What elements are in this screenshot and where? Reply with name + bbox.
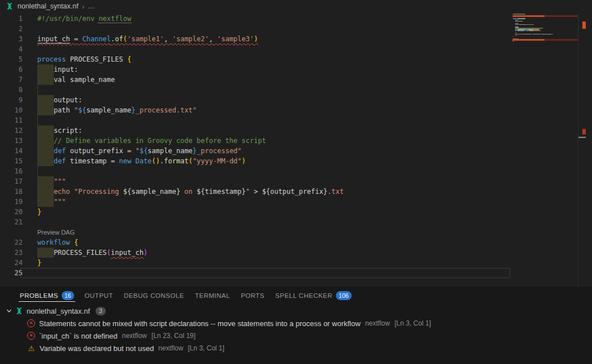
code-line-content[interactable] [37,24,510,34]
problem-row[interactable]: Statements cannot be mixed with script d… [0,317,592,330]
line-number: 8 [0,85,23,95]
code-line[interactable]: 11 [0,115,510,125]
line-number: 1 [0,14,23,24]
breadcrumb-file[interactable]: nonlethal_syntax.nf [18,2,79,10]
code-line[interactable]: 7 val sample_name [0,75,510,85]
code-line-content[interactable] [37,115,510,125]
line-number [0,227,23,237]
line-number: 3 [0,34,23,44]
indent-guide [37,187,38,197]
line-number: 20 [0,207,23,217]
code-line-content[interactable]: path "${sample_name}_processed.txt" [37,105,510,115]
code-line-content[interactable]: """ [37,197,510,207]
panel-tab-badge: 106 [336,291,352,300]
line-number: 24 [0,258,23,268]
chevron-down-icon[interactable] [6,307,12,314]
codelens-preview-dag[interactable]: Preview DAG [37,227,510,237]
code-line[interactable]: 21 [0,217,510,227]
code-line[interactable]: 2 [0,24,510,34]
panel-tab-spell-checker[interactable]: SPELL CHECKER106 [274,286,353,305]
code-line-content[interactable]: } [37,258,510,268]
problem-source: nextflow [365,319,390,327]
code-line[interactable]: 18 echo "Processing ${sample_name} on ${… [0,187,510,197]
code-line[interactable]: 12 script: [0,125,510,136]
code-line[interactable]: 16 [0,166,510,176]
code-line-content[interactable] [37,166,510,176]
code-line[interactable]: 14 def output_prefix = "${sample_name}_p… [0,146,510,156]
problem-list: Statements cannot be mixed with script d… [0,317,592,354]
code-line-content[interactable]: PROCESS_FILES(input_ch) [37,248,510,258]
line-number: 21 [0,217,23,227]
minimap[interactable] [512,12,578,285]
code-line-content[interactable]: workflow { [37,237,510,248]
code-line-content[interactable]: process PROCESS_FILES { [37,54,510,64]
panel-tab-terminal[interactable]: TERMINAL [194,286,231,305]
code-line-content[interactable]: def output_prefix = "${sample_name}_proc… [37,146,510,156]
indent-highlight-block [37,75,54,85]
code-line[interactable]: 17 """ [0,176,510,187]
code-line[interactable]: 9 output: [0,95,510,105]
code-line-content[interactable]: """ [37,176,510,187]
code-line-content[interactable] [37,268,510,278]
indent-highlight-block [37,95,54,105]
code-line-content[interactable] [37,44,510,54]
panel-tab-problems[interactable]: PROBLEMS16 [19,286,75,305]
code-line[interactable]: 3input_ch = Channel.of('sample1', 'sampl… [0,34,510,44]
indent-highlight-block [37,187,54,197]
code-line[interactable]: 5process PROCESS_FILES { [0,54,510,64]
panel-tab-debug-console[interactable]: DEBUG CONSOLE [123,286,185,305]
code-line-content[interactable]: val sample_name [37,75,510,85]
problems-file-row[interactable]: nonlethal_syntax.nf 3 [0,305,592,317]
indent-guide [37,136,38,146]
code-line-content[interactable] [37,85,510,95]
code-line[interactable]: 13 // Define variables in Groovy code be… [0,136,510,146]
indent-guide [37,75,38,85]
code-line-content[interactable]: input_ch = Channel.of('sample1', 'sample… [37,34,510,44]
problem-row[interactable]: Variable was declared but not usednextfl… [0,342,592,354]
code-line[interactable]: 20} [0,207,510,217]
line-number: 18 [0,187,23,197]
code-line[interactable]: 15 def timestamp = new Date().format("yy… [0,156,510,166]
indent-guide [37,95,38,105]
overview-ruler[interactable] [578,12,586,285]
code-line-content[interactable]: #!/usr/bin/env nextflow [37,14,510,24]
indent-guide [37,105,38,115]
problem-row[interactable]: `input_ch` is not definednextflow[Ln 23,… [0,330,592,342]
line-number: 6 [0,64,23,75]
code-editor[interactable]: 1#!/usr/bin/env nextflow23input_ch = Cha… [0,12,586,285]
code-line[interactable]: 19 """ [0,197,510,207]
code-lines[interactable]: 1#!/usr/bin/env nextflow23input_ch = Cha… [0,14,510,278]
line-number: 15 [0,156,23,166]
code-line-content[interactable]: echo "Processing ${sample_name} on ${tim… [37,187,510,197]
indent-guide [37,176,38,187]
code-line[interactable]: 10 path "${sample_name}_processed.txt" [0,105,510,115]
code-line-content[interactable]: input: [37,64,510,75]
code-line[interactable]: 23 PROCESS_FILES(input_ch) [0,248,510,258]
problem-message: `input_ch` is not defined [39,332,118,340]
code-line[interactable]: 22workflow { [0,237,510,248]
line-number: 12 [0,125,23,136]
code-line[interactable]: 24} [0,258,510,268]
code-line[interactable]: 4 [0,44,510,54]
code-line[interactable]: 6 input: [0,64,510,75]
indent-guide [37,64,38,75]
problem-location: [Ln 3, Col 1] [188,344,224,352]
code-line-content[interactable]: output: [37,95,510,105]
code-line-content[interactable] [37,217,510,227]
code-line-content[interactable]: script: [37,125,510,136]
codelens-row[interactable]: Preview DAG [0,227,510,237]
code-line[interactable]: 25 [0,268,510,278]
error-icon [27,332,35,340]
code-line[interactable]: 1#!/usr/bin/env nextflow [0,14,510,24]
breadcrumb-ellipsis[interactable]: … [88,2,95,10]
indent-guide [37,156,38,166]
indent-highlight-block [37,248,54,258]
code-line-content[interactable]: // Define variables in Groovy code befor… [37,136,510,146]
panel-tab-output[interactable]: OUTPUT [84,286,114,305]
code-line-content[interactable]: } [37,207,510,217]
panel-tab-ports[interactable]: PORTS [240,286,266,305]
code-line-content[interactable]: def timestamp = new Date().format("yyyy-… [37,156,510,166]
error-icon [27,319,35,327]
code-line[interactable]: 8 [0,85,510,95]
problem-source: nextflow [122,332,147,340]
